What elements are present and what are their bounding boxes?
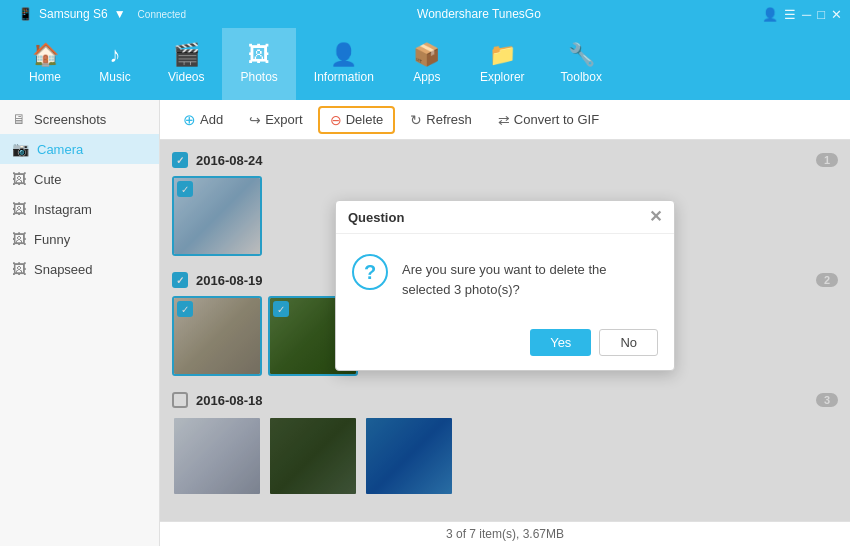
- music-icon: ♪: [110, 44, 121, 66]
- sidebar-label-funny: Funny: [34, 232, 70, 247]
- photos-list[interactable]: ✓ 2016-08-24 1 ✓ ✓ 2016-08-19 2: [160, 140, 850, 521]
- close-icon[interactable]: ✕: [831, 7, 842, 22]
- dialog-body: ? Are you sure you want to delete the se…: [336, 234, 674, 319]
- refresh-icon: ↻: [410, 112, 422, 128]
- sidebar: 🖥 Screenshots 📷 Camera 🖼 Cute 🖼 Instagra…: [0, 100, 160, 546]
- delete-icon: ⊖: [330, 112, 342, 128]
- refresh-label: Refresh: [426, 112, 472, 127]
- device-arrow: ▼: [114, 7, 126, 21]
- nav-label-home: Home: [29, 70, 61, 84]
- add-button[interactable]: ⊕ Add: [172, 106, 234, 134]
- dialog-message: Are you sure you want to delete the sele…: [402, 254, 658, 299]
- nav-label-explorer: Explorer: [480, 70, 525, 84]
- convert-icon: ⇄: [498, 112, 510, 128]
- cute-icon: 🖼: [12, 171, 26, 187]
- nav-item-information[interactable]: 👤 Information: [296, 28, 392, 100]
- explorer-icon: 📁: [489, 44, 516, 66]
- toolbox-icon: 🔧: [568, 44, 595, 66]
- nav-label-music: Music: [99, 70, 130, 84]
- add-label: Add: [200, 112, 223, 127]
- nav-item-toolbox[interactable]: 🔧 Toolbox: [543, 28, 620, 100]
- videos-icon: 🎬: [173, 44, 200, 66]
- device-info: 📱 Samsung S6 ▼ Connected: [8, 0, 196, 28]
- sidebar-label-cute: Cute: [34, 172, 61, 187]
- delete-button[interactable]: ⊖ Delete: [318, 106, 396, 134]
- nav-item-explorer[interactable]: 📁 Explorer: [462, 28, 543, 100]
- app-title: Wondershare TunesGo: [196, 7, 762, 21]
- user-icon[interactable]: 👤: [762, 7, 778, 22]
- screenshots-icon: 🖥: [12, 111, 26, 127]
- dialog-header: Question ✕: [336, 201, 674, 234]
- menu-icon[interactable]: ☰: [784, 7, 796, 22]
- sidebar-item-funny[interactable]: 🖼 Funny: [0, 224, 159, 254]
- question-icon: ?: [352, 254, 388, 290]
- sidebar-item-screenshots[interactable]: 🖥 Screenshots: [0, 104, 159, 134]
- nav-label-toolbox: Toolbox: [561, 70, 602, 84]
- status-bar: 3 of 7 item(s), 3.67MB: [160, 521, 850, 546]
- window-controls: 👤 ☰ ─ □ ✕: [762, 7, 842, 22]
- sidebar-item-camera[interactable]: 📷 Camera: [0, 134, 159, 164]
- nav-label-information: Information: [314, 70, 374, 84]
- convert-label: Convert to GIF: [514, 112, 599, 127]
- minimize-icon[interactable]: ─: [802, 7, 811, 22]
- camera-icon: 📷: [12, 141, 29, 157]
- nav-item-videos[interactable]: 🎬 Videos: [150, 28, 222, 100]
- device-icon: 📱: [18, 7, 33, 21]
- export-label: Export: [265, 112, 303, 127]
- device-name: Samsung S6: [39, 7, 108, 21]
- sidebar-label-snapseed: Snapseed: [34, 262, 93, 277]
- photos-icon: 🖼: [248, 44, 270, 66]
- export-button[interactable]: ↪ Export: [238, 107, 314, 133]
- main-layout: 🖥 Screenshots 📷 Camera 🖼 Cute 🖼 Instagra…: [0, 100, 850, 546]
- yes-button[interactable]: Yes: [530, 329, 591, 356]
- sidebar-item-cute[interactable]: 🖼 Cute: [0, 164, 159, 194]
- funny-icon: 🖼: [12, 231, 26, 247]
- sidebar-item-instagram[interactable]: 🖼 Instagram: [0, 194, 159, 224]
- sidebar-label-screenshots: Screenshots: [34, 112, 106, 127]
- dialog-overlay: Question ✕ ? Are you sure you want to de…: [160, 140, 850, 521]
- dialog-footer: Yes No: [336, 319, 674, 370]
- apps-icon: 📦: [413, 44, 440, 66]
- delete-label: Delete: [346, 112, 384, 127]
- export-icon: ↪: [249, 112, 261, 128]
- title-bar: 📱 Samsung S6 ▼ Connected Wondershare Tun…: [0, 0, 850, 28]
- nav-item-apps[interactable]: 📦 Apps: [392, 28, 462, 100]
- home-icon: 🏠: [32, 44, 59, 66]
- dialog-close-button[interactable]: ✕: [649, 209, 662, 225]
- snapseed-icon: 🖼: [12, 261, 26, 277]
- nav-bar: 🏠 Home ♪ Music 🎬 Videos 🖼 Photos 👤 Infor…: [0, 28, 850, 100]
- information-icon: 👤: [330, 44, 357, 66]
- add-icon: ⊕: [183, 111, 196, 129]
- nav-label-videos: Videos: [168, 70, 204, 84]
- device-status: Connected: [138, 9, 186, 20]
- nav-item-music[interactable]: ♪ Music: [80, 28, 150, 100]
- maximize-icon[interactable]: □: [817, 7, 825, 22]
- no-button[interactable]: No: [599, 329, 658, 356]
- nav-label-photos: Photos: [240, 70, 277, 84]
- sidebar-label-camera: Camera: [37, 142, 83, 157]
- question-dialog: Question ✕ ? Are you sure you want to de…: [335, 200, 675, 371]
- toolbar: ⊕ Add ↪ Export ⊖ Delete ↻ Refresh ⇄ Conv…: [160, 100, 850, 140]
- nav-label-apps: Apps: [413, 70, 440, 84]
- status-text: 3 of 7 item(s), 3.67MB: [446, 527, 564, 541]
- refresh-button[interactable]: ↻ Refresh: [399, 107, 483, 133]
- instagram-icon: 🖼: [12, 201, 26, 217]
- nav-item-photos[interactable]: 🖼 Photos: [222, 28, 295, 100]
- sidebar-item-snapseed[interactable]: 🖼 Snapseed: [0, 254, 159, 284]
- content-area: ⊕ Add ↪ Export ⊖ Delete ↻ Refresh ⇄ Conv…: [160, 100, 850, 546]
- sidebar-label-instagram: Instagram: [34, 202, 92, 217]
- nav-item-home[interactable]: 🏠 Home: [10, 28, 80, 100]
- convert-gif-button[interactable]: ⇄ Convert to GIF: [487, 107, 610, 133]
- dialog-title: Question: [348, 210, 404, 225]
